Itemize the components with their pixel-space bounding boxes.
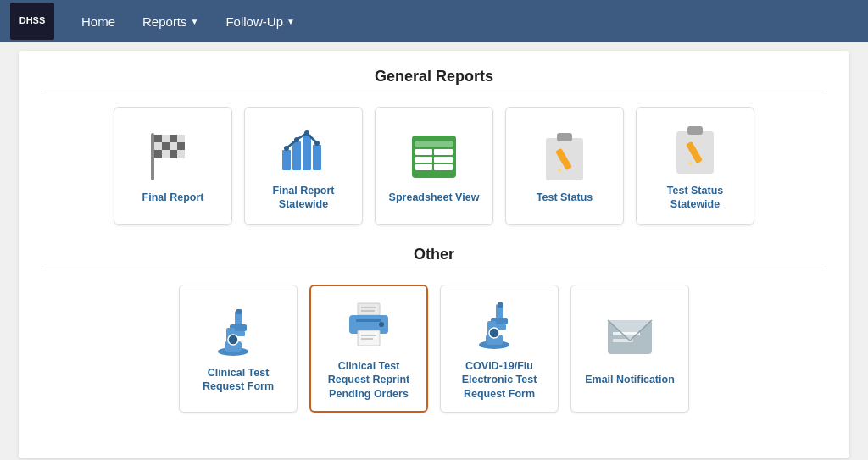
svg-point-12 <box>284 146 289 151</box>
svg-rect-55 <box>498 302 503 308</box>
svg-point-14 <box>304 130 309 136</box>
main-content: General Reports <box>19 51 849 458</box>
svg-rect-3 <box>170 135 177 142</box>
svg-point-56 <box>489 328 499 338</box>
nav-reports[interactable]: Reports ▼ <box>129 0 212 42</box>
card-clinical-test-reprint-label: Clinical Test Request Reprint Pending Or… <box>320 359 418 401</box>
card-final-report-statewide[interactable]: Final Report Statewide <box>244 107 363 225</box>
svg-point-15 <box>314 141 320 146</box>
card-covid-flu-form-label: COVID-19/Flu Electronic Test Request For… <box>449 359 549 401</box>
svg-rect-9 <box>292 141 301 170</box>
svg-rect-10 <box>303 135 311 170</box>
card-test-status-statewide[interactable]: Test Status Statewide <box>636 107 754 225</box>
card-covid-flu-form[interactable]: COVID-19/Flu Electronic Test Request For… <box>440 285 559 413</box>
card-final-report-statewide-label: Final Report Statewide <box>253 184 353 212</box>
nav-followup[interactable]: Follow-Up ▼ <box>212 0 308 42</box>
svg-rect-5 <box>177 142 185 150</box>
other-cards: Clinical Test Request Form <box>44 285 824 413</box>
flag-icon <box>146 130 200 184</box>
card-spreadsheet-view-label: Spreadsheet View <box>389 191 480 204</box>
general-reports-title: General Reports <box>44 68 824 86</box>
svg-rect-20 <box>415 157 432 163</box>
card-email-notification-label: Email Notification <box>585 373 675 386</box>
microscope-icon <box>211 305 265 359</box>
svg-rect-21 <box>434 157 453 163</box>
svg-rect-2 <box>154 135 162 142</box>
svg-rect-40 <box>358 303 380 315</box>
svg-rect-44 <box>356 319 381 322</box>
svg-rect-22 <box>415 164 432 170</box>
clipboard-pencil-icon <box>537 130 592 184</box>
card-final-report-label: Final Report <box>142 191 204 204</box>
svg-rect-23 <box>434 164 453 170</box>
svg-point-45 <box>379 322 384 327</box>
card-test-status-statewide-label: Test Status Statewide <box>645 184 745 212</box>
nav-home[interactable]: Home <box>68 0 129 42</box>
envelope-icon <box>603 312 657 366</box>
reports-dropdown-arrow: ▼ <box>191 17 199 26</box>
svg-rect-11 <box>313 145 321 170</box>
bar-chart-icon <box>276 123 331 177</box>
svg-point-39 <box>228 335 238 345</box>
svg-rect-38 <box>236 309 242 314</box>
card-clinical-test-request-form[interactable]: Clinical Test Request Form <box>179 285 298 413</box>
nav-logo-text: DHSS <box>19 15 46 26</box>
svg-rect-46 <box>358 330 380 346</box>
microscope2-icon <box>472 298 526 352</box>
other-section-title: Other <box>44 246 824 263</box>
svg-rect-0 <box>151 133 154 180</box>
nav-logo: DHSS <box>10 3 54 40</box>
printer-icon <box>342 298 396 352</box>
svg-rect-25 <box>557 133 572 141</box>
svg-point-13 <box>294 137 299 142</box>
other-section: Other <box>44 246 824 413</box>
card-email-notification[interactable]: Email Notification <box>570 285 689 413</box>
card-clinical-test-reprint[interactable]: Clinical Test Request Reprint Pending Or… <box>309 285 428 413</box>
general-reports-section: General Reports <box>44 68 824 225</box>
svg-rect-29 <box>687 126 703 135</box>
card-clinical-test-request-form-label: Clinical Test Request Form <box>188 366 288 394</box>
card-test-status[interactable]: Test Status <box>505 107 624 225</box>
svg-rect-7 <box>170 150 177 158</box>
clipboard-pencil2-icon <box>668 123 722 177</box>
general-reports-divider <box>44 91 824 91</box>
svg-rect-4 <box>162 142 170 150</box>
general-reports-cards: Final Report <box>44 107 824 225</box>
card-test-status-label: Test Status <box>537 191 593 204</box>
svg-rect-17 <box>415 141 453 147</box>
svg-rect-6 <box>154 150 162 158</box>
followup-dropdown-arrow: ▼ <box>287 17 295 26</box>
card-spreadsheet-view[interactable]: Spreadsheet View <box>375 107 493 225</box>
svg-rect-18 <box>415 149 432 155</box>
other-section-divider <box>44 269 824 269</box>
navbar: DHSS Home Reports ▼ Follow-Up ▼ <box>0 0 868 42</box>
svg-rect-19 <box>434 149 453 155</box>
card-final-report[interactable]: Final Report <box>114 107 232 225</box>
spreadsheet-icon <box>407 130 461 184</box>
svg-rect-8 <box>282 150 291 170</box>
